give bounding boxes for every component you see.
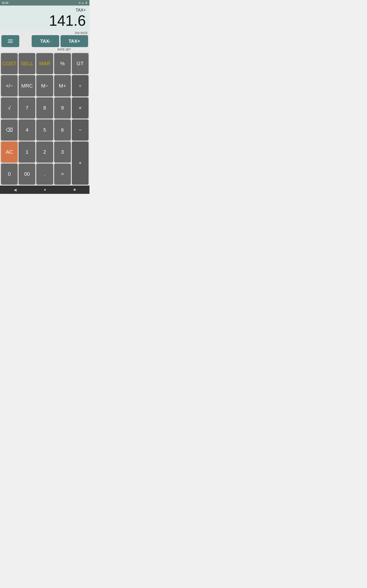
eight-button[interactable]: 8 [36, 97, 53, 119]
home-button[interactable]: ● [44, 188, 46, 192]
rate-set-label: RATE SET [58, 48, 71, 51]
mplus-button[interactable]: M+ [54, 75, 71, 96]
equals-button[interactable]: = [54, 164, 71, 185]
settings-icon: ⚙ [79, 2, 81, 4]
tax-rate-section: TAX RATE TAX- TAX+ RATE SET [0, 31, 90, 52]
seven-button[interactable]: 7 [19, 97, 35, 119]
display-area: TAX+ 141.6 [0, 6, 90, 31]
wifi-icon: ▲ [82, 2, 84, 4]
backspace-button[interactable]: ⌫ [1, 120, 18, 141]
ac-button[interactable]: AC [1, 141, 18, 163]
sell-button[interactable]: SELL [19, 53, 35, 74]
plusminus-button[interactable]: +/− [1, 75, 18, 96]
menu-button[interactable] [1, 35, 19, 47]
divide-button[interactable]: ÷ [72, 75, 89, 96]
tax-minus-button[interactable]: TAX- [32, 35, 59, 47]
hamburger-icon [8, 40, 13, 43]
one-button[interactable]: 1 [19, 141, 35, 163]
six-button[interactable]: 6 [54, 120, 71, 141]
mminus-button[interactable]: M− [36, 75, 53, 96]
status-time: 11:13 [2, 1, 8, 4]
minus-button[interactable]: − [72, 120, 89, 141]
nine-button[interactable]: 9 [54, 97, 71, 119]
status-icons: ⚙ ▲ 🔋 [79, 2, 88, 4]
zero-button[interactable]: 0 [1, 164, 18, 185]
tax-rate-label-row: TAX RATE [0, 31, 90, 35]
nav-bar: ◀ ● ■ [0, 186, 90, 194]
sqrt-button[interactable]: √ [1, 97, 18, 119]
dot-button[interactable]: . [36, 164, 53, 185]
battery-icon: 🔋 [85, 2, 88, 4]
tax-buttons-row: TAX- TAX+ [0, 35, 90, 48]
two-button[interactable]: 2 [36, 141, 53, 163]
three-button[interactable]: 3 [54, 141, 71, 163]
percent-button[interactable]: % [54, 53, 71, 74]
multiply-button[interactable]: × [72, 97, 89, 119]
five-button[interactable]: 5 [36, 120, 53, 141]
button-grid: COSTSELLMAR%GT+/−MRCM−M+÷√789×⌫456−AC123… [0, 52, 90, 186]
four-button[interactable]: 4 [19, 120, 35, 141]
rate-set-label-row: RATE SET [0, 48, 90, 52]
gt-button[interactable]: GT [72, 53, 89, 74]
cost-button[interactable]: COST [1, 53, 18, 74]
tax-rate-label: TAX RATE [75, 32, 88, 35]
display-value: 141.6 [49, 13, 86, 29]
plus-button[interactable]: + [72, 141, 89, 185]
mrc-button[interactable]: MRC [19, 75, 35, 96]
tax-plus-button[interactable]: TAX+ [60, 35, 88, 47]
back-button[interactable]: ◀ [14, 188, 17, 192]
status-bar: 11:13 ⚙ ▲ 🔋 [0, 0, 90, 6]
mar-button[interactable]: MAR [36, 53, 53, 74]
recent-button[interactable]: ■ [74, 188, 76, 192]
doublezero-button[interactable]: 00 [19, 164, 35, 185]
mode-label: TAX+ [76, 8, 86, 13]
